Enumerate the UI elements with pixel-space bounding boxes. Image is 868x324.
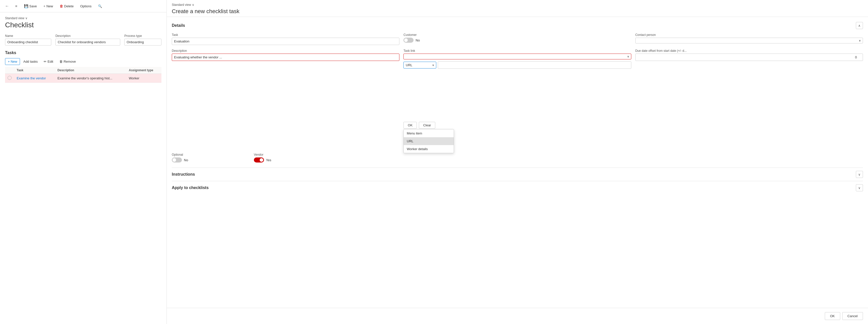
- description-label: Description: [55, 34, 120, 38]
- edit-icon: ✏: [44, 60, 46, 63]
- vendor-field: Vendor Yes: [254, 153, 271, 163]
- plus-icon: +: [43, 4, 45, 8]
- ok-inline-button[interactable]: OK: [403, 122, 417, 129]
- toggles-row: Optional No Vendor Yes: [172, 153, 863, 163]
- back-button[interactable]: ←: [3, 2, 11, 10]
- dropdown-item-worker-details[interactable]: Worker details: [404, 145, 454, 153]
- menu-button[interactable]: ≡: [12, 2, 20, 10]
- description-input[interactable]: [55, 39, 120, 46]
- search-icon: 🔍: [98, 4, 102, 8]
- process-type-input[interactable]: [124, 39, 161, 46]
- table-col-description: Description: [55, 67, 126, 74]
- row-task-cell: Examine the vendor: [14, 74, 55, 83]
- row-description-cell: Examine the vendor's operating hist...: [55, 74, 126, 83]
- instructions-section[interactable]: Instructions ∨: [172, 168, 863, 181]
- optional-label: Optional: [172, 153, 188, 156]
- task-link-dropdown[interactable]: ∨: [403, 54, 631, 59]
- task-link-type-container: URL ∨ Menu item URL Worker details: [403, 61, 631, 129]
- url-type-selector[interactable]: URL ∨: [403, 62, 436, 68]
- apply-section[interactable]: Apply to checklists ∨: [172, 181, 863, 194]
- description-input-right[interactable]: [172, 54, 399, 61]
- table-col-assignment: Assignment type: [126, 67, 161, 74]
- page-title: Checklist: [5, 21, 161, 29]
- customer-toggle-row: No: [403, 38, 631, 43]
- table-col-checkbox: [5, 67, 14, 74]
- chevron-down-icon-instructions: ∨: [858, 173, 861, 176]
- optional-toggle[interactable]: [172, 157, 182, 163]
- task-link-field: Task link ∨ URL ∨: [403, 49, 631, 129]
- instructions-title: Instructions: [172, 172, 195, 177]
- due-date-input[interactable]: [636, 54, 863, 61]
- customer-label: Customer: [403, 33, 631, 37]
- tasks-section: Tasks + New Add tasks ✏ Edit 🗑 Remove: [5, 51, 161, 83]
- vendor-label: Vendor: [254, 153, 271, 156]
- description-label-right: Description: [172, 49, 399, 53]
- right-title: Create a new checklist task: [172, 8, 863, 14]
- apply-collapse-button[interactable]: ∨: [856, 184, 863, 191]
- details-title: Details: [172, 23, 185, 28]
- save-button[interactable]: 💾 Save: [21, 2, 40, 9]
- customer-field: Customer No: [403, 33, 631, 45]
- remove-task-button[interactable]: 🗑 Remove: [57, 58, 79, 65]
- task-field: Task: [172, 33, 399, 45]
- cancel-button[interactable]: Cancel: [842, 312, 863, 320]
- task-link-type-row: URL ∨: [403, 61, 631, 69]
- task-label: Task: [172, 33, 399, 37]
- task-link-chevron: ∨: [627, 55, 629, 58]
- task-name-link[interactable]: Examine the vendor: [17, 76, 46, 80]
- chevron-down-icon-right: ∨: [192, 3, 194, 6]
- contact-person-label: Contact person: [636, 33, 863, 37]
- customer-toggle-label: No: [415, 38, 420, 42]
- left-view-label[interactable]: Standard view ∨: [5, 17, 161, 20]
- details-section-header: Details ∧: [172, 22, 863, 29]
- tasks-title: Tasks: [5, 51, 161, 55]
- fields-row: Name Description Process type: [5, 34, 161, 46]
- lines-icon: ≡: [15, 4, 17, 8]
- name-input[interactable]: [5, 39, 51, 46]
- tasks-toolbar: + New Add tasks ✏ Edit 🗑 Remove: [5, 58, 161, 65]
- delete-button[interactable]: 🗑 Delete: [57, 2, 76, 9]
- save-icon: 💾: [24, 4, 28, 8]
- remove-icon: 🗑: [59, 60, 63, 63]
- contact-person-dropdown[interactable]: ∨: [636, 38, 863, 43]
- right-view-label[interactable]: Standard view ∨: [172, 3, 863, 6]
- new-button[interactable]: + New: [41, 2, 56, 9]
- optional-toggle-row: No: [172, 157, 188, 163]
- details-collapse-button[interactable]: ∧: [856, 22, 863, 29]
- dropdown-item-menu-item[interactable]: Menu item: [404, 129, 454, 137]
- form-row-1: Task Customer No Contact person ∨: [172, 33, 863, 45]
- new-task-button[interactable]: + New: [5, 58, 20, 65]
- process-type-field-group: Process type: [124, 34, 161, 46]
- contact-person-chevron: ∨: [859, 39, 861, 42]
- customer-toggle[interactable]: [403, 38, 413, 43]
- add-tasks-button[interactable]: Add tasks: [21, 58, 40, 65]
- clear-button[interactable]: Clear: [419, 122, 435, 129]
- url-type-value: URL: [406, 63, 432, 67]
- edit-task-button[interactable]: ✏ Edit: [41, 58, 56, 65]
- vendor-toggle[interactable]: [254, 157, 264, 163]
- instructions-collapse-button[interactable]: ∨: [856, 171, 863, 178]
- right-header: Standard view ∨ Create a new checklist t…: [167, 0, 868, 17]
- right-panel: Standard view ∨ Create a new checklist t…: [167, 0, 868, 324]
- bottom-actions: OK Cancel: [167, 308, 868, 324]
- row-assignment-cell: Worker: [126, 74, 161, 83]
- url-value-input[interactable]: [438, 61, 631, 69]
- table-col-task: Task: [14, 67, 55, 74]
- task-input[interactable]: [172, 38, 399, 45]
- task-checkbox[interactable]: [7, 76, 11, 80]
- optional-field: Optional No: [172, 153, 188, 163]
- vendor-toggle-label: Yes: [266, 158, 271, 162]
- table-row[interactable]: Examine the vendor Examine the vendor's …: [5, 74, 161, 83]
- search-button[interactable]: 🔍: [95, 3, 105, 9]
- chevron-up-icon: ∧: [858, 24, 861, 28]
- delete-icon: 🗑: [60, 4, 63, 8]
- url-type-chevron: ∨: [432, 64, 434, 66]
- description-field-group: Description: [55, 34, 120, 46]
- back-icon: ←: [5, 4, 9, 8]
- ok-button[interactable]: OK: [825, 312, 840, 320]
- options-button[interactable]: Options: [77, 3, 94, 9]
- due-date-label: Due date offset from start date (+/- d..…: [636, 49, 863, 53]
- dropdown-item-url[interactable]: URL: [404, 137, 454, 145]
- due-date-field: Due date offset from start date (+/- d..…: [636, 49, 863, 61]
- process-type-label: Process type: [124, 34, 161, 38]
